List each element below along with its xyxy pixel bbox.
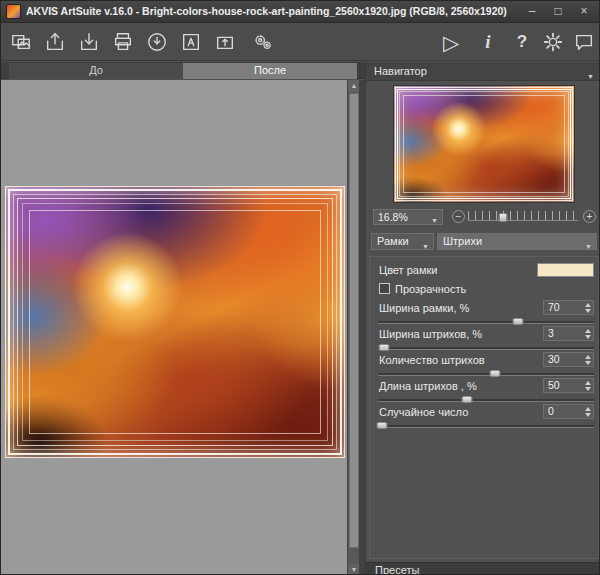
frame-width-slider-thumb[interactable] [513, 318, 524, 325]
spin-up-icon[interactable] [585, 303, 591, 307]
run-icon: ▷ [443, 32, 459, 53]
navigator-header[interactable]: Навигатор ▼ [366, 62, 600, 81]
random-seed-spinbox[interactable]: 0 [543, 404, 594, 419]
frame-category-select[interactable]: Рамки ▼ [371, 233, 434, 250]
stroke-count-spinbox[interactable]: 30 [543, 352, 594, 367]
gear-icon [542, 31, 564, 53]
zoom-slider[interactable] [468, 211, 578, 221]
run-button[interactable]: ▷ [437, 28, 465, 56]
spin-up-icon[interactable] [585, 381, 591, 385]
text-frame-button[interactable] [177, 28, 205, 56]
feedback-button[interactable] [570, 28, 598, 56]
batch-gears-icon [252, 31, 274, 53]
artwork-image [5, 186, 345, 458]
text-frame-icon [180, 31, 202, 53]
zoom-controls: 16.8% ▼ − + [366, 208, 600, 228]
presets-header[interactable]: Пресеты [366, 562, 600, 575]
zoom-out-button[interactable]: − [452, 210, 465, 223]
frame-stroke-line [29, 210, 321, 434]
chevron-down-icon: ▼ [587, 68, 594, 86]
frame-color-label: Цвет рамки [379, 264, 437, 276]
navigator-view-rect[interactable] [397, 89, 571, 199]
window-title: AKVIS ArtSuite v.16.0 - Bright-colors-ho… [26, 5, 509, 17]
spin-up-icon[interactable] [585, 329, 591, 333]
title-bar[interactable]: AKVIS ArtSuite v.16.0 - Bright-colors-ho… [1, 1, 600, 23]
stroke-count-slider-thumb[interactable] [489, 370, 500, 377]
stroke-width-slider-thumb[interactable] [379, 344, 390, 351]
import-icon [78, 31, 100, 53]
settings-button[interactable] [539, 28, 567, 56]
help-button[interactable]: ? [508, 28, 536, 56]
open-image-icon [10, 31, 32, 53]
tab-before-label: До [89, 64, 103, 76]
spin-down-icon[interactable] [585, 309, 591, 313]
zoom-select[interactable]: 16.8% ▼ [373, 209, 443, 225]
stroke-length-value: 50 [548, 379, 560, 391]
download-button[interactable] [143, 28, 171, 56]
open-image-button[interactable] [7, 28, 35, 56]
frame-style-select[interactable]: Штрихи ▼ [437, 233, 597, 250]
stroke-length-spinbox[interactable]: 50 [543, 378, 594, 393]
window-controls: – □ × [519, 3, 597, 21]
maximize-button[interactable]: □ [545, 3, 571, 21]
import-button[interactable] [75, 28, 103, 56]
spin-down-icon[interactable] [585, 335, 591, 339]
stroke-length-slider[interactable] [378, 399, 594, 402]
print-icon [112, 31, 134, 53]
help-icon: ? [517, 32, 527, 52]
frame-width-value: 70 [548, 301, 560, 313]
tab-before[interactable]: До [9, 63, 183, 79]
minimize-button[interactable]: – [519, 3, 545, 21]
close-button[interactable]: × [571, 3, 597, 21]
zoom-slider-thumb[interactable] [499, 213, 508, 222]
chevron-down-icon: ▼ [585, 239, 592, 254]
spin-down-icon[interactable] [585, 361, 591, 365]
frame-stroke-line [8, 189, 342, 455]
app-window: AKVIS ArtSuite v.16.0 - Bright-colors-ho… [0, 0, 600, 575]
spin-up-icon[interactable] [585, 407, 591, 411]
upload-button[interactable] [211, 28, 239, 56]
stroke-count-slider[interactable] [378, 373, 594, 376]
presets-title: Пресеты [375, 564, 419, 575]
spin-down-icon[interactable] [585, 413, 591, 417]
zoom-in-button[interactable]: + [583, 210, 596, 223]
app-logo-icon [6, 4, 21, 19]
tab-after[interactable]: После [183, 63, 357, 79]
stroke-count-label: Количество штрихов [379, 354, 485, 366]
zoom-value: 16.8% [378, 211, 408, 223]
upload-icon [214, 31, 236, 53]
canvas-area [1, 80, 347, 575]
chevron-down-icon: ▼ [422, 239, 429, 254]
print-button[interactable] [109, 28, 137, 56]
parameters-panel: Цвет рамки Прозрачность Ширина рамки, % … [369, 256, 599, 559]
stroke-width-slider[interactable] [378, 347, 594, 350]
navigator-title: Навигатор [374, 65, 427, 77]
spin-down-icon[interactable] [585, 387, 591, 391]
stroke-width-spinbox[interactable]: 3 [543, 326, 594, 341]
frame-style-value: Штрихи [443, 235, 482, 247]
download-icon [146, 31, 168, 53]
stroke-count-value: 30 [548, 353, 560, 365]
random-seed-slider-thumb[interactable] [377, 422, 388, 429]
batch-processing-button[interactable] [249, 28, 277, 56]
info-button[interactable]: i [474, 28, 502, 56]
frame-color-swatch[interactable] [537, 263, 594, 277]
navigator-thumbnail[interactable] [393, 85, 575, 203]
transparency-checkbox[interactable] [379, 283, 390, 294]
scrollbar-thumb[interactable] [349, 93, 359, 548]
export-button[interactable] [41, 28, 69, 56]
stroke-length-slider-thumb[interactable] [461, 396, 472, 403]
right-panel: Навигатор ▼ 16.8% ▼ − + Рамки ▼ Штрихи [365, 62, 600, 575]
spin-up-icon[interactable] [585, 355, 591, 359]
frame-category-value: Рамки [377, 235, 409, 247]
stroke-width-value: 3 [548, 327, 554, 339]
frame-width-spinbox[interactable]: 70 [543, 300, 594, 315]
frame-width-slider[interactable] [378, 321, 594, 324]
info-icon: i [485, 31, 490, 53]
view-tabs: До После [1, 62, 365, 79]
stroke-length-label: Длина штрихов , % [379, 380, 477, 392]
random-seed-slider[interactable] [378, 425, 594, 428]
toolbar: ▷ i ? [1, 23, 600, 61]
vertical-scrollbar[interactable]: ▲ ▼ [347, 80, 359, 575]
chevron-down-icon: ▼ [431, 214, 438, 228]
